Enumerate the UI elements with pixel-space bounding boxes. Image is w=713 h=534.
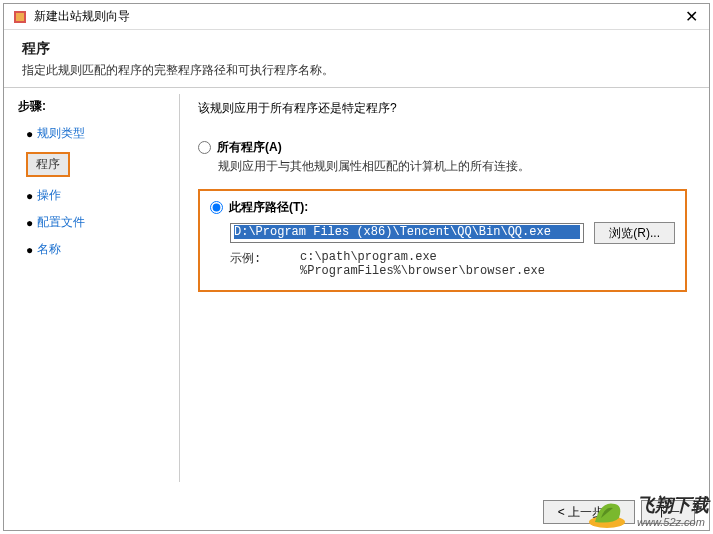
bullet-icon: ●: [26, 243, 33, 257]
radio-path-label: 此程序路径(T):: [229, 199, 308, 216]
wizard-footer: < 上一步(B) 下一: [543, 500, 695, 524]
close-icon[interactable]: ✕: [681, 7, 701, 26]
step-rule-type[interactable]: ● 规则类型: [18, 121, 171, 146]
radio-all-label: 所有程序(A): [217, 139, 282, 156]
path-input-row: D:\Program Files (x86)\Tencent\QQ\Bin\QQ…: [230, 222, 675, 244]
browse-button[interactable]: 浏览(R)...: [594, 222, 675, 244]
svg-rect-1: [16, 13, 24, 21]
bullet-icon: ●: [26, 216, 33, 230]
back-button[interactable]: < 上一步(B): [543, 500, 635, 524]
wizard-body: 步骤: ● 规则类型 程序 ● 操作 ● 配置文件 ● 名称 该规则应: [4, 88, 709, 488]
radio-all-programs-row[interactable]: 所有程序(A): [198, 139, 687, 156]
option-all-programs: 所有程序(A) 规则应用于与其他规则属性相匹配的计算机上的所有连接。: [198, 139, 687, 175]
program-path-value: D:\Program Files (x86)\Tencent\QQ\Bin\QQ…: [234, 225, 580, 239]
step-program[interactable]: 程序: [18, 148, 171, 181]
example-row: 示例: c:\path\program.exe %ProgramFiles%\b…: [230, 250, 675, 278]
bullet-icon: ●: [26, 189, 33, 203]
steps-sidebar: 步骤: ● 规则类型 程序 ● 操作 ● 配置文件 ● 名称: [4, 88, 179, 488]
radio-program-path[interactable]: [210, 201, 223, 214]
step-label-current: 程序: [26, 152, 70, 177]
example-paths: c:\path\program.exe %ProgramFiles%\brows…: [300, 250, 545, 278]
step-name[interactable]: ● 名称: [18, 237, 171, 262]
example-label: 示例:: [230, 250, 300, 278]
wizard-window: 新建出站规则向导 ✕ 程序 指定此规则匹配的程序的完整程序路径和可执行程序名称。…: [3, 3, 710, 531]
step-profile[interactable]: ● 配置文件: [18, 210, 171, 235]
radio-all-programs[interactable]: [198, 141, 211, 154]
program-path-input[interactable]: D:\Program Files (x86)\Tencent\QQ\Bin\QQ…: [230, 223, 584, 243]
step-action[interactable]: ● 操作: [18, 183, 171, 208]
titlebar: 新建出站规则向导 ✕: [4, 4, 709, 30]
window-title: 新建出站规则向导: [34, 8, 681, 25]
steps-label: 步骤:: [18, 98, 171, 115]
content-question: 该规则应用于所有程序还是特定程序?: [198, 100, 687, 117]
option-all-desc: 规则应用于与其他规则属性相匹配的计算机上的所有连接。: [218, 158, 687, 175]
wizard-content: 该规则应用于所有程序还是特定程序? 所有程序(A) 规则应用于与其他规则属性相匹…: [180, 88, 709, 488]
bullet-icon: ●: [26, 127, 33, 141]
next-button[interactable]: 下一: [641, 500, 695, 524]
app-icon: [12, 9, 28, 25]
option-program-path-box: 此程序路径(T): D:\Program Files (x86)\Tencent…: [198, 189, 687, 292]
step-label: 规则类型: [37, 125, 85, 142]
page-title: 程序: [22, 40, 691, 58]
step-label: 操作: [37, 187, 61, 204]
radio-program-path-row[interactable]: 此程序路径(T):: [210, 199, 675, 216]
step-label: 配置文件: [37, 214, 85, 231]
step-label: 名称: [37, 241, 61, 258]
page-description: 指定此规则匹配的程序的完整程序路径和可执行程序名称。: [22, 62, 691, 79]
wizard-header: 程序 指定此规则匹配的程序的完整程序路径和可执行程序名称。: [4, 30, 709, 87]
